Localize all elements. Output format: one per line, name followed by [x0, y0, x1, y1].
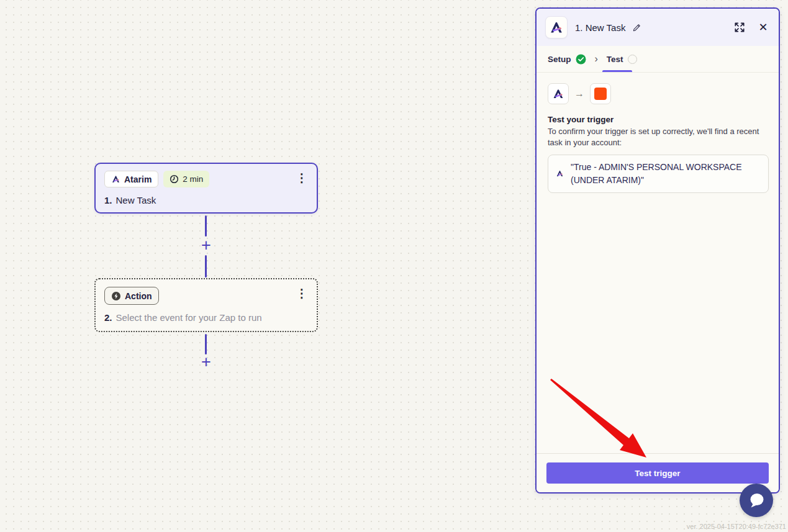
version-label: ver. 2025-04-15T20:49-fc72e371 [687, 523, 786, 530]
edit-pencil-icon[interactable] [630, 20, 643, 34]
target-app-icon [590, 83, 611, 104]
action-badge-label: Action [125, 291, 152, 301]
tab-setup[interactable]: Setup [548, 54, 586, 65]
step-config-panel: 1. New Task ✕ Setup [535, 7, 780, 494]
step2-kebab-menu-icon[interactable]: ⋮ [296, 287, 308, 300]
connector-line [205, 255, 207, 277]
action-step-card[interactable]: Action ⋮ 2. Select the event for your Za… [94, 278, 318, 332]
bolt-icon [111, 291, 121, 301]
tab-test[interactable]: Test [607, 55, 637, 64]
step2-number: 2. [104, 312, 112, 323]
polling-interval-chip[interactable]: 2 min [163, 171, 209, 187]
polling-interval-label: 2 min [183, 174, 203, 184]
action-badge: Action [104, 287, 159, 305]
close-panel-icon[interactable]: ✕ [756, 20, 770, 34]
test-trigger-button[interactable]: Test trigger [546, 462, 769, 484]
test-section-description: To confirm your trigger is set up correc… [548, 126, 770, 149]
chevron-right-icon: › [595, 53, 598, 65]
step1-title: New Task [116, 195, 156, 205]
test-section-heading: Test your trigger [548, 115, 768, 124]
panel-footer: Test trigger [537, 453, 779, 492]
chat-bubble-button[interactable] [740, 484, 773, 517]
arrow-right-icon: → [574, 88, 584, 99]
app-chip-label: Atarim [124, 174, 152, 184]
step2-placeholder: Select the event for your Zap to run [116, 312, 262, 323]
clock-icon [170, 174, 179, 184]
step1-number: 1. [104, 195, 112, 205]
sample-task-text: "True - ADMIN'S PERSONAL WORKSPACE (UNDE… [571, 161, 761, 187]
step1-kebab-menu-icon[interactable]: ⋮ [296, 171, 308, 185]
panel-title: 1. New Task [575, 22, 625, 33]
active-tab-underline [602, 70, 632, 72]
app-chip-atarim[interactable]: Atarim [104, 171, 158, 187]
sample-task-card[interactable]: "True - ADMIN'S PERSONAL WORKSPACE (UNDE… [548, 155, 769, 193]
connector-line [205, 215, 207, 237]
add-step-button-1[interactable]: + [197, 237, 215, 255]
trigger-step-card[interactable]: Atarim 2 min ⋮ 1. New Task [94, 163, 318, 214]
atarim-logo-icon [556, 169, 564, 178]
atarim-app-icon [548, 83, 569, 104]
connector-line [205, 334, 207, 354]
check-circle-icon [576, 54, 586, 65]
pending-circle-icon [628, 55, 637, 64]
panel-tabs: Setup › Test [537, 46, 779, 73]
chat-bubble-icon [747, 491, 766, 510]
expand-panel-icon[interactable] [733, 20, 746, 34]
tab-setup-label: Setup [548, 55, 571, 64]
orange-app-square-icon [594, 88, 607, 100]
add-step-button-2[interactable]: + [197, 354, 215, 371]
atarim-logo-icon [111, 174, 120, 184]
atarim-logo-icon [545, 16, 568, 38]
tab-test-label: Test [607, 55, 623, 64]
panel-header: 1. New Task ✕ [537, 9, 779, 46]
